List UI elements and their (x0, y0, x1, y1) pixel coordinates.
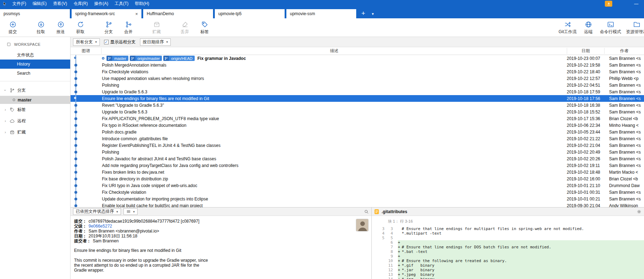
explorer-button[interactable]: 资源管理器 (624, 21, 644, 35)
commit-graph-cell (71, 189, 101, 196)
fetch-button[interactable]: 获取 (71, 21, 90, 35)
diff-line: 5 5 (372, 236, 644, 240)
tab-list-dropdown[interactable]: ▾ (369, 12, 377, 18)
commit-row[interactable]: Update documentation for importing proje… (71, 196, 644, 202)
minimize-button[interactable]: — (628, 1, 644, 6)
commit-node-icon (74, 191, 77, 194)
commit-row[interactable]: Polish MergedAnnotation internals 2019-1… (71, 62, 644, 68)
diff-line: 4 4 *.multipart -text (372, 231, 644, 236)
commit-message: Add note regarding proxyTargetClass for … (102, 163, 238, 168)
diff-sign: + (398, 263, 402, 268)
commit-date: 2019-10-02 19:11 (567, 163, 604, 168)
pull-button[interactable]: 拉取 (31, 21, 51, 35)
sidebar-item-search[interactable]: Search (0, 69, 70, 78)
commit-row[interactable]: Fix base directory in distribution zip 2… (71, 175, 644, 182)
chevron-right-icon[interactable]: › (4, 130, 7, 134)
stash-button[interactable]: 贮藏 (147, 21, 166, 35)
commit-graph-cell (71, 82, 101, 88)
commit-row[interactable]: Fix URI typo in Java code snippet of web… (71, 182, 644, 189)
menu-item[interactable]: 仓库(R) (70, 0, 91, 7)
discard-button[interactable]: 丢弃 (175, 21, 195, 35)
merge-button[interactable]: 合并 (119, 21, 138, 35)
diff-settings-button[interactable] (637, 209, 642, 214)
commit-row[interactable]: Fix APPLICATION_PROBLEM_JSON_UTF8 media … (71, 115, 644, 122)
commit-row[interactable]: Polishing 2019-10-22 04:51 Sam Brannen <… (71, 82, 644, 88)
commit-row[interactable]: Polish docs.gradle 2019-10-05 23:44 Sam … (71, 129, 644, 135)
menu-item[interactable]: 查看(V) (50, 0, 70, 7)
sidebar-section-stashes[interactable]: › 贮藏 (0, 126, 70, 138)
commit-row[interactable]: Introduce common .gitattributes file 201… (71, 135, 644, 142)
commit-row[interactable]: Use mapped annotation values when resolv… (71, 75, 644, 82)
commit-row[interactable]: Fix Checkstyle violations 2019-10-22 18:… (71, 68, 644, 75)
remote-button[interactable]: 远端 (579, 21, 597, 35)
search-button[interactable] (364, 209, 369, 214)
branch-badge[interactable]: origin/HEAD (163, 56, 195, 61)
repo-tab[interactable]: HuffmanDemo × (143, 9, 213, 18)
sidebar-item-history[interactable]: History (0, 60, 70, 69)
chevron-right-icon[interactable]: › (4, 119, 7, 123)
gitflow-button[interactable]: Git工作流 (556, 21, 579, 35)
diff-line-content: +*.gif binary (398, 263, 644, 268)
menu-item[interactable]: 帮助(H) (132, 0, 152, 7)
commit-date: 2019-10-22 18:40 (567, 69, 604, 74)
commit-row[interactable]: Fix Checkstyle violation 2019-10-01 00:3… (71, 189, 644, 196)
sidebar-section-branches[interactable]: › 分支 (0, 85, 70, 96)
commit-row[interactable]: Fixes broken links to dev.java.net 2019-… (71, 169, 644, 175)
repo-tab[interactable]: pssmsys × (0, 9, 70, 18)
branch-badge[interactable]: origin/master (130, 56, 162, 61)
terminal-icon (607, 21, 614, 28)
commit-row[interactable]: Upgrade to Gradle 5.6.3 2019-10-18 17:59… (71, 88, 644, 95)
commit-list: master origin/master origin/HEAD Fix gra… (71, 55, 644, 207)
sidebar-item-file-status[interactable]: 文件状态 (0, 50, 70, 60)
update-button[interactable] (605, 1, 612, 7)
sort-order-dropdown[interactable]: 按日期排序 ▾ (140, 38, 171, 46)
close-icon[interactable]: × (135, 12, 138, 16)
chevron-down-icon: ▾ (133, 210, 135, 213)
commit-row[interactable]: Add note regarding proxyTargetClass for … (71, 162, 644, 169)
tab-label: upmovie-ssm (290, 11, 353, 16)
commit-author: Sam Brannen <s (604, 110, 644, 114)
branch-button[interactable]: 分支 (99, 21, 119, 35)
commit-row[interactable]: Fix typo in RSocket reference documentat… (71, 122, 644, 129)
branch-filter-dropdown[interactable]: 所有分支 ▾ (73, 38, 100, 46)
menu-item[interactable]: 操作(A) (91, 0, 111, 7)
commit-graph-cell (71, 108, 101, 115)
commit-row[interactable]: Revert "Upgrade to Gradle 5.6.3" 2019-10… (71, 102, 644, 108)
new-tab-button[interactable]: + (358, 10, 369, 18)
push-button[interactable]: 推送 (51, 21, 71, 35)
branch-item-master[interactable]: master (0, 96, 70, 104)
file-sort-dropdown[interactable]: 已依照文件状态排序 ▾ (73, 208, 121, 215)
view-menu-dropdown[interactable]: ▾ (123, 208, 138, 215)
repo-tab[interactable]: upmovie-tp5 × (215, 9, 285, 18)
repo-tab[interactable]: upmovie-ssm × (286, 9, 356, 18)
commit-row[interactable]: Polish Javadoc for abstract JUnit 4 and … (71, 155, 644, 162)
message-line (74, 253, 368, 258)
tag-icon (10, 107, 15, 112)
commit-row[interactable]: Enable local build cache for buildSrc an… (71, 202, 644, 207)
checkbox-icon[interactable]: ✓ (104, 40, 109, 44)
terminal-button[interactable]: 命令行模式 (597, 21, 624, 35)
commit-icon (9, 21, 17, 28)
branch-badge[interactable]: master (107, 56, 128, 61)
commit-button[interactable]: 提交 (3, 21, 23, 35)
show-remote-checkbox[interactable]: ✓ 显示远程分支 (104, 39, 136, 45)
commit-graph-cell (71, 129, 101, 135)
commit-row-head[interactable]: master origin/master origin/HEAD Fix gra… (71, 55, 644, 62)
branch-icon (10, 88, 15, 93)
commit-row[interactable]: Ensure line endings for binary files are… (71, 95, 644, 102)
commit-message-cell: Introduce common .gitattributes file (101, 136, 567, 141)
menu-item[interactable]: 工具(T) (111, 0, 132, 7)
tag-button[interactable]: 标签 (195, 21, 214, 35)
merge-icon (125, 21, 132, 28)
chevron-right-icon[interactable]: › (4, 107, 7, 112)
commit-row[interactable]: Register EventPublishingTEL in JUnit 4 &… (71, 142, 644, 149)
commit-date: 2019-10-18 15:52 (567, 110, 604, 114)
sidebar-section-remotes[interactable]: › 远程 (0, 115, 70, 126)
chevron-down-icon[interactable]: › (3, 88, 7, 92)
menu-item[interactable]: 编辑(E) (29, 0, 50, 7)
repo-tab[interactable]: spring-framework-src × (72, 9, 141, 18)
commit-row[interactable]: Polishing 2019-10-02 20:49 Sam Brannen <… (71, 149, 644, 155)
sidebar-section-tags[interactable]: › 标签 (0, 104, 70, 115)
commit-row[interactable]: Upgrade to Gradle 5.6.3 2019-10-18 15:52… (71, 108, 644, 115)
menu-item[interactable]: 文件(F) (9, 0, 29, 7)
